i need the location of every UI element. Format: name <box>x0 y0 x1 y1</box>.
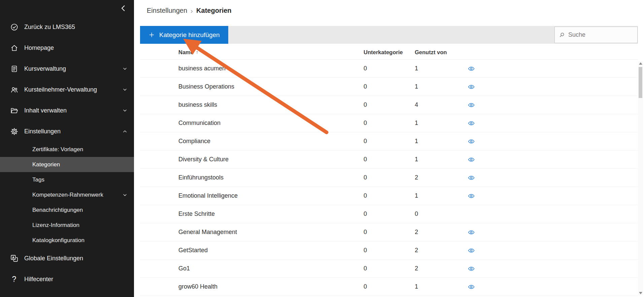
subcategory-count: 0 <box>364 192 415 199</box>
chevron-down-icon[interactable] <box>122 66 128 72</box>
eye-icon[interactable] <box>468 83 638 91</box>
translate-icon <box>10 254 19 263</box>
sidebar-subitem-benachrichtigungen[interactable]: Benachrichtigungen <box>0 202 134 218</box>
used-by-count: 4 <box>415 101 468 108</box>
sidebar-item-globale-einstellungen[interactable]: Globale Einstellungen <box>0 248 134 269</box>
subcategory-count: 0 <box>364 156 415 163</box>
people-icon <box>10 85 19 94</box>
course-book-icon <box>10 64 19 73</box>
table-row[interactable]: Communication 0 1 <box>140 114 638 132</box>
eye-icon[interactable] <box>468 120 638 127</box>
toolbar: Kategorie hinzufügen <box>140 26 638 44</box>
table-row[interactable]: Compliance 0 1 <box>140 132 638 151</box>
sidebar-subitem-label: Lizenz-Information <box>32 222 128 229</box>
column-header-genutzt-von[interactable]: Genutzt von <box>415 49 468 56</box>
sidebar-item-label: Globale Einstellungen <box>24 255 128 262</box>
table-row[interactable]: GetStarted 0 2 <box>140 241 638 260</box>
sidebar-subitem-label: Kompetenzen-Rahmenwerk <box>32 192 119 198</box>
subcategory-count: 0 <box>364 83 415 90</box>
sidebar-item-label: Einstellungen <box>24 128 119 135</box>
scrollbar-down-icon[interactable] <box>639 292 642 294</box>
eye-icon[interactable] <box>468 192 638 200</box>
eye-icon[interactable] <box>468 65 638 72</box>
sidebar-item-homepage[interactable]: Homepage <box>0 37 134 58</box>
sidebar-subitem-label: Benachrichtigungen <box>32 207 128 213</box>
sidebar-item-label: Inhalt verwalten <box>24 107 119 114</box>
used-by-count: 1 <box>415 120 468 127</box>
subcategory-count: 0 <box>364 210 415 218</box>
used-by-count: 1 <box>415 156 468 163</box>
table-row[interactable]: General Management 0 2 <box>140 223 638 241</box>
table-row[interactable]: business acumen 0 1 <box>140 60 638 78</box>
used-by-count: 1 <box>415 283 468 290</box>
scrollbar[interactable] <box>638 61 643 295</box>
sort-ascending-icon[interactable]: ↑ <box>196 50 198 55</box>
sidebar-item-zurueck-zu-lms365[interactable]: Zurück zu LMS365 <box>0 16 134 37</box>
chevron-down-icon[interactable] <box>122 107 128 113</box>
sidebar-subitem-zertifikate-vorlagen[interactable]: Zertifikate: Vorlagen <box>0 142 134 157</box>
sidebar-item-kursverwaltung[interactable]: Kursverwaltung <box>0 58 134 79</box>
table-row[interactable]: Go1 0 2 <box>140 260 638 278</box>
eye-icon[interactable] <box>468 247 638 254</box>
category-name: Compliance <box>178 138 364 145</box>
table-row[interactable]: Emotional Intelligence 0 1 <box>140 187 638 205</box>
eye-icon[interactable] <box>468 265 638 272</box>
sidebar-item-label: Hilfecenter <box>24 276 128 283</box>
table-row[interactable]: Business Operations 0 1 <box>140 78 638 96</box>
sidebar-item-label: Zurück zu LMS365 <box>24 24 128 31</box>
table-row[interactable]: Einführungstools 0 2 <box>140 169 638 187</box>
sidebar-item-label: Kursteilnehmer-Verwaltung <box>24 86 119 93</box>
subcategory-count: 0 <box>364 138 415 145</box>
chevron-down-icon[interactable] <box>122 87 128 93</box>
sidebar-subitem-lizenz-information[interactable]: Lizenz-Information <box>0 218 134 233</box>
column-header-unterkategorie[interactable]: Unterkategorie <box>364 49 415 56</box>
table-row[interactable]: Erste Schritte 0 0 <box>140 205 638 223</box>
eye-icon[interactable] <box>468 138 638 145</box>
chevron-down-icon[interactable] <box>122 192 128 198</box>
table-row[interactable]: Diversity & Culture 0 1 <box>140 151 638 169</box>
eye-icon[interactable] <box>468 229 638 236</box>
eye-icon[interactable] <box>468 283 638 291</box>
sidebar-item-einstellungen[interactable]: Einstellungen <box>0 121 134 142</box>
chevron-up-icon[interactable] <box>122 128 128 134</box>
eye-icon[interactable] <box>468 174 638 182</box>
sidebar-subitem-kategorien[interactable]: Kategorien <box>0 157 134 172</box>
breadcrumb: Einstellungen › Kategorien <box>147 7 232 14</box>
sidebar-subitem-tags[interactable]: Tags <box>0 172 134 187</box>
sidebar-subitem-katalogkonfiguration[interactable]: Katalogkonfiguration <box>0 233 134 248</box>
category-name: Go1 <box>178 265 364 272</box>
sidebar-item-kursteilnehmer-verwaltung[interactable]: Kursteilnehmer-Verwaltung <box>0 79 134 100</box>
sidebar-subitem-kompetenzen-rahmenwerk[interactable]: Kompetenzen-Rahmenwerk <box>0 187 134 202</box>
category-name: Communication <box>178 120 364 127</box>
scrollbar-thumb[interactable] <box>639 67 642 98</box>
search-input[interactable] <box>568 31 634 38</box>
sidebar-item-hilfecenter[interactable]: ? Hilfecenter <box>0 269 134 290</box>
scrollbar-up-icon[interactable] <box>639 62 642 65</box>
used-by-count: 1 <box>415 65 468 72</box>
search-box[interactable] <box>554 27 638 43</box>
sidebar-collapse-button[interactable] <box>117 2 129 14</box>
column-header-name[interactable]: Name ↑ <box>178 49 364 56</box>
sidebar: Zurück zu LMS365 Homepage Kursverwaltung… <box>0 0 134 297</box>
category-name: Einführungstools <box>178 174 364 181</box>
used-by-count: 1 <box>415 138 468 145</box>
eye-icon[interactable] <box>468 101 638 109</box>
gear-icon <box>10 127 19 136</box>
main-content: Einstellungen › Kategorien Kategorie hin… <box>134 0 644 297</box>
subcategory-count: 0 <box>364 283 415 290</box>
table-row[interactable]: business skills 0 4 <box>140 96 638 114</box>
sidebar-item-inhalt-verwalten[interactable]: Inhalt verwalten <box>0 100 134 121</box>
used-by-count: 2 <box>415 174 468 181</box>
subcategory-count: 0 <box>364 229 415 236</box>
table-row[interactable]: grow60 Health 0 1 <box>140 278 638 296</box>
used-by-count: 2 <box>415 265 468 272</box>
sidebar-subitem-label: Zertifikate: Vorlagen <box>32 146 128 153</box>
add-category-button[interactable]: Kategorie hinzufügen <box>140 26 228 44</box>
used-by-count: 1 <box>415 83 468 90</box>
breadcrumb-current: Kategorien <box>196 7 231 14</box>
subcategory-count: 0 <box>364 101 415 108</box>
breadcrumb-parent[interactable]: Einstellungen <box>147 7 187 14</box>
category-name: business skills <box>178 101 364 108</box>
eye-icon[interactable] <box>468 156 638 163</box>
category-name: Diversity & Culture <box>178 156 364 163</box>
